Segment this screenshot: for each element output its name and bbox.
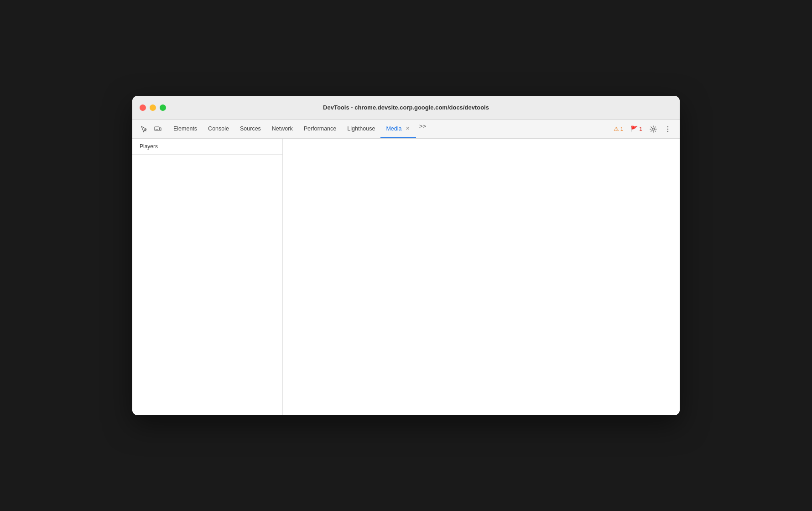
- more-tabs-button[interactable]: >>: [416, 120, 429, 132]
- tab-media[interactable]: Media ✕: [380, 120, 416, 138]
- settings-button[interactable]: [647, 123, 660, 136]
- title-bar: DevTools - chrome.devsite.corp.google.co…: [132, 96, 680, 120]
- tab-lighthouse[interactable]: Lighthouse: [342, 120, 380, 138]
- toolbar-icon-group: [134, 123, 168, 136]
- tab-console[interactable]: Console: [203, 120, 234, 138]
- maximize-button[interactable]: [160, 104, 166, 111]
- svg-point-4: [667, 126, 668, 127]
- main-content: [283, 139, 680, 415]
- tab-media-close[interactable]: ✕: [404, 125, 411, 132]
- kebab-menu-button[interactable]: [661, 123, 674, 136]
- error-icon: 🚩: [630, 125, 638, 132]
- toolbar: Elements Console Sources Network Perform…: [132, 120, 680, 139]
- error-badge[interactable]: 🚩 1: [628, 125, 645, 133]
- inspect-element-button[interactable]: [138, 123, 151, 136]
- tab-bar: Elements Console Sources Network Perform…: [168, 120, 607, 138]
- warning-badge[interactable]: ⚠ 1: [611, 125, 626, 133]
- minimize-button[interactable]: [150, 104, 156, 111]
- sidebar-players-header: Players: [132, 139, 282, 155]
- warning-icon: ⚠: [614, 125, 619, 132]
- traffic-lights: [140, 104, 166, 111]
- close-button[interactable]: [140, 104, 146, 111]
- svg-point-3: [652, 128, 655, 130]
- svg-point-6: [667, 130, 668, 131]
- tab-elements[interactable]: Elements: [168, 120, 203, 138]
- content-area: Players: [132, 139, 680, 415]
- devtools-window: DevTools - chrome.devsite.corp.google.co…: [132, 96, 680, 415]
- tab-network[interactable]: Network: [266, 120, 298, 138]
- svg-rect-1: [160, 128, 161, 130]
- tab-performance[interactable]: Performance: [298, 120, 342, 138]
- svg-point-5: [667, 128, 668, 129]
- sidebar: Players: [132, 139, 283, 415]
- window-title: DevTools - chrome.devsite.corp.google.co…: [323, 104, 489, 111]
- tab-sources[interactable]: Sources: [234, 120, 266, 138]
- svg-rect-0: [155, 127, 159, 130]
- device-toolbar-button[interactable]: [151, 123, 164, 136]
- toolbar-right: ⚠ 1 🚩 1: [607, 123, 678, 136]
